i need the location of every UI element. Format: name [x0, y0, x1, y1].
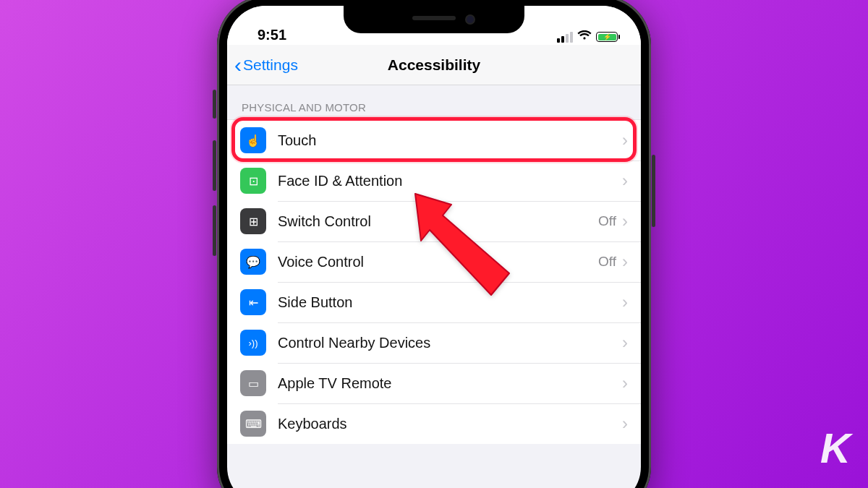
- earpiece-speaker: [412, 16, 456, 20]
- face-id-icon: ⊡: [240, 168, 266, 194]
- voice-control-icon: 💬: [240, 249, 266, 275]
- row-apple-tv-remote[interactable]: ▭ Apple TV Remote ›: [227, 363, 641, 403]
- navigation-bar: ‹ Settings Accessibility: [227, 45, 641, 85]
- chevron-right-icon: ›: [622, 414, 628, 434]
- row-face-id-attention[interactable]: ⊡ Face ID & Attention ›: [227, 160, 641, 201]
- nearby-devices-icon: ›)): [240, 330, 266, 356]
- section-header-physical-motor: PHYSICAL AND MOTOR: [227, 85, 641, 119]
- row-touch[interactable]: ☝ Touch ›: [227, 120, 641, 160]
- phone-screen: 9:51 ‹ Settings Accessibility: [227, 6, 641, 488]
- chevron-right-icon: ›: [622, 171, 628, 191]
- battery-charging-icon: [596, 32, 618, 42]
- phone-volume-up: [213, 140, 216, 191]
- status-time: 9:51: [247, 27, 286, 43]
- phone-volume-down: [213, 205, 216, 256]
- back-button[interactable]: ‹ Settings: [227, 56, 298, 74]
- row-value: Off: [598, 213, 616, 229]
- chevron-right-icon: ›: [622, 292, 628, 312]
- row-side-button[interactable]: ⇤ Side Button ›: [227, 282, 641, 322]
- watermark-logo: K: [820, 424, 848, 472]
- front-camera: [465, 14, 475, 25]
- phone-side-button: [652, 155, 655, 227]
- row-label: Switch Control: [278, 213, 598, 230]
- row-label: Keyboards: [278, 416, 622, 432]
- background-gradient: 9:51 ‹ Settings Accessibility: [0, 0, 868, 488]
- row-label: Control Nearby Devices: [278, 335, 622, 351]
- row-label: Apple TV Remote: [278, 375, 622, 392]
- phone-notch: [344, 6, 524, 33]
- phone-mute-switch: [213, 90, 216, 119]
- row-control-nearby-devices[interactable]: ›)) Control Nearby Devices ›: [227, 322, 641, 363]
- settings-list: ☝ Touch › ⊡ Face ID & Attention › ⊞ Swit…: [227, 119, 641, 444]
- row-label: Face ID & Attention: [278, 173, 622, 189]
- wifi-icon: [577, 30, 592, 43]
- chevron-right-icon: ›: [622, 211, 628, 231]
- row-keyboards[interactable]: ⌨ Keyboards ›: [227, 403, 641, 444]
- phone-frame: 9:51 ‹ Settings Accessibility: [217, 0, 651, 488]
- row-voice-control[interactable]: 💬 Voice Control Off ›: [227, 241, 641, 282]
- chevron-right-icon: ›: [622, 130, 628, 150]
- chevron-right-icon: ›: [622, 252, 628, 272]
- touch-icon: ☝: [240, 127, 266, 153]
- settings-content: PHYSICAL AND MOTOR ☝ Touch › ⊡ Face ID &…: [227, 85, 641, 444]
- apple-tv-remote-icon: ▭: [240, 370, 266, 396]
- side-button-icon: ⇤: [240, 289, 266, 315]
- keyboards-icon: ⌨: [240, 411, 266, 437]
- status-icons: [557, 30, 621, 43]
- row-value: Off: [598, 254, 616, 270]
- chevron-right-icon: ›: [622, 373, 628, 393]
- switch-control-icon: ⊞: [240, 208, 266, 234]
- cellular-signal-icon: [557, 32, 573, 43]
- row-label: Touch: [278, 132, 622, 149]
- row-label: Side Button: [278, 294, 622, 311]
- row-label: Voice Control: [278, 254, 598, 270]
- back-label: Settings: [243, 56, 298, 74]
- row-switch-control[interactable]: ⊞ Switch Control Off ›: [227, 201, 641, 241]
- chevron-right-icon: ›: [622, 333, 628, 353]
